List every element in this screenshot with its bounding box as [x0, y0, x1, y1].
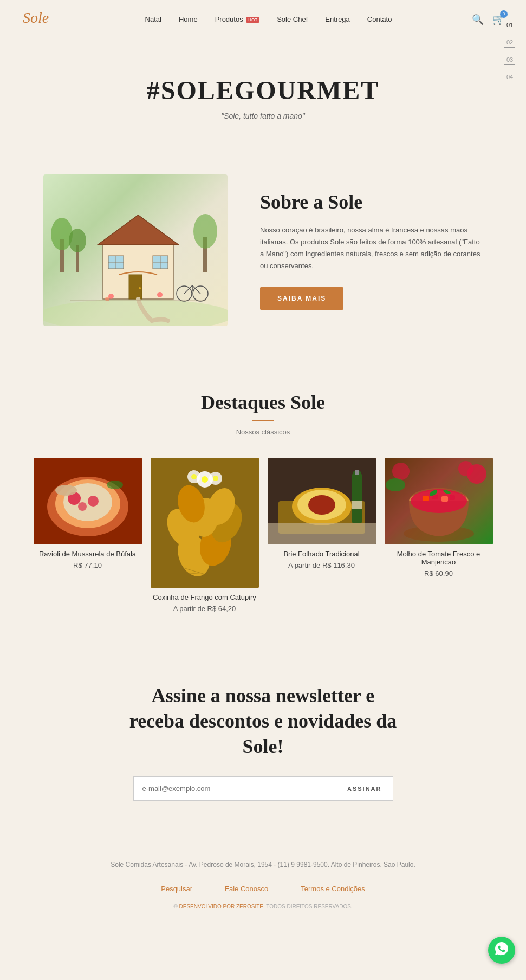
product-card-4[interactable]: Molho de Tomate Fresco e Manjericão R$ 6… [385, 458, 493, 577]
svg-rect-61 [268, 523, 376, 544]
product-image-4 [385, 458, 493, 544]
svg-text:Sole: Sole [23, 9, 49, 26]
svg-point-33 [78, 502, 87, 511]
produtos-badge: HOT [246, 17, 259, 23]
saiba-mais-button[interactable]: SAIBA MAIS [260, 287, 343, 310]
cart-badge: 0 [500, 10, 508, 18]
product-name-1: Ravioli de Mussarela de Búfala [34, 550, 142, 558]
svg-point-64 [411, 489, 467, 513]
product-image-1 [34, 458, 142, 544]
svg-rect-59 [355, 470, 359, 475]
svg-point-73 [392, 463, 410, 480]
svg-point-34 [55, 485, 77, 496]
destaques-divider [252, 420, 274, 421]
svg-point-56 [308, 495, 335, 515]
main-nav: Natal Home Produtos HOT Sole Chef Entreg… [145, 15, 392, 23]
about-title: Sobre a Sole [260, 191, 483, 213]
svg-point-1 [43, 299, 228, 326]
svg-point-35 [107, 481, 123, 489]
search-icon: 🔍 [472, 14, 484, 25]
about-description: Nosso coração é brasileiro, nossa alma é… [260, 224, 483, 272]
svg-marker-7 [98, 215, 179, 245]
svg-line-18 [184, 285, 192, 294]
product-name-4: Molho de Tomate Fresco e Manjericão [385, 550, 493, 566]
newsletter-email-input[interactable] [134, 777, 336, 800]
svg-rect-57 [352, 474, 362, 523]
cart-button[interactable]: 🛒 0 [492, 14, 504, 25]
svg-line-19 [192, 285, 200, 294]
newsletter-section: Assine a nossa newsletter e receba desco… [0, 645, 526, 839]
newsletter-title: Assine a nossa newsletter e receba desco… [128, 683, 399, 759]
whatsapp-icon [494, 941, 509, 959]
page-num-4[interactable]: 04 [504, 74, 515, 82]
svg-point-49 [213, 476, 218, 481]
destaques-section: Destaques Sole Nossos clássicos Ravioli [0, 359, 526, 645]
nav-home[interactable]: Home [179, 15, 198, 23]
svg-rect-67 [441, 496, 448, 502]
svg-rect-68 [450, 495, 455, 500]
about-section: Sobre a Sole Nosso coração é brasileiro,… [0, 142, 526, 359]
footer-link-fale-conosco[interactable]: Fale Conosco [225, 885, 268, 893]
footer-link-termos[interactable]: Termos e Condições [301, 885, 365, 893]
hero-subtitle: "Sole, tutto fatto a mano" [22, 112, 504, 120]
footer-address: Sole Comidas Artesanais - Av. Pedroso de… [22, 861, 504, 868]
footer: Sole Comidas Artesanais - Av. Pedroso de… [0, 839, 526, 920]
svg-point-25 [157, 292, 163, 297]
svg-point-3 [51, 218, 73, 250]
footer-links: Pesquisar Fale Conosco Termos e Condiçõe… [22, 885, 504, 893]
product-price-4: R$ 60,90 [385, 569, 493, 577]
hero-title: #SOLEGOURMET [22, 75, 504, 105]
product-name-3: Brie Folhado Tradicional [268, 550, 376, 558]
product-card-1[interactable]: Ravioli de Mussarela de Búfala R$ 77,10 [34, 458, 142, 569]
whatsapp-button[interactable] [488, 937, 515, 964]
hero-section: #SOLEGOURMET "Sole, tutto fatto a mano" [0, 43, 526, 142]
logo[interactable]: Sole [22, 7, 65, 32]
header: Sole Natal Home Produtos HOT Sole Chef E… [0, 0, 526, 38]
footer-link-pesquisar[interactable]: Pesquisar [161, 885, 192, 893]
svg-point-5 [69, 229, 86, 252]
footer-copyright: © DESENVOLVIDO POR ZEROSITE. TODOS DIREI… [22, 904, 504, 910]
product-card-3[interactable]: Brie Folhado Tradicional A partir de R$ … [268, 458, 376, 569]
svg-rect-8 [129, 275, 142, 299]
nav-sole-chef[interactable]: Sole Chef [277, 15, 308, 23]
svg-rect-65 [423, 496, 429, 501]
svg-point-9 [139, 287, 141, 289]
product-price-1: R$ 77,10 [34, 561, 142, 569]
nav-entrega[interactable]: Entrega [325, 15, 350, 23]
newsletter-subscribe-button[interactable]: ASSINAR [336, 777, 393, 800]
product-price-2: A partir de R$ 64,20 [151, 605, 259, 613]
newsletter-form: ASSINAR [133, 776, 393, 801]
svg-point-22 [193, 214, 217, 249]
header-actions: 🔍 🛒 0 [472, 14, 504, 25]
product-image-2 [151, 458, 259, 588]
svg-point-74 [386, 478, 405, 491]
nav-natal[interactable]: Natal [145, 15, 161, 23]
search-button[interactable]: 🔍 [472, 14, 484, 25]
svg-point-24 [105, 297, 109, 301]
page-num-1[interactable]: 01 [504, 22, 515, 30]
about-content: Sobre a Sole Nosso coração é brasileiro,… [260, 191, 483, 310]
nav-contato[interactable]: Contato [367, 15, 392, 23]
product-image-3 [268, 458, 376, 544]
destaques-subtitle: Nossos clássicos [22, 428, 504, 436]
product-card-2[interactable]: Coxinha de Frango com Catupiry A partir … [151, 458, 259, 613]
nav-produtos[interactable]: Produtos HOT [215, 15, 260, 23]
page-num-3[interactable]: 03 [504, 56, 515, 65]
svg-point-32 [88, 496, 99, 507]
product-price-3: A partir de R$ 116,30 [268, 561, 376, 569]
destaques-title: Destaques Sole [22, 391, 504, 414]
svg-rect-60 [352, 501, 362, 509]
about-image [43, 174, 228, 326]
svg-point-47 [202, 476, 208, 483]
page-numbers: 01 02 03 04 [504, 22, 515, 82]
product-name-2: Coxinha de Frango com Catupiry [151, 593, 259, 601]
svg-point-72 [458, 461, 473, 476]
page-num-2[interactable]: 02 [504, 39, 515, 48]
svg-point-48 [191, 474, 197, 479]
